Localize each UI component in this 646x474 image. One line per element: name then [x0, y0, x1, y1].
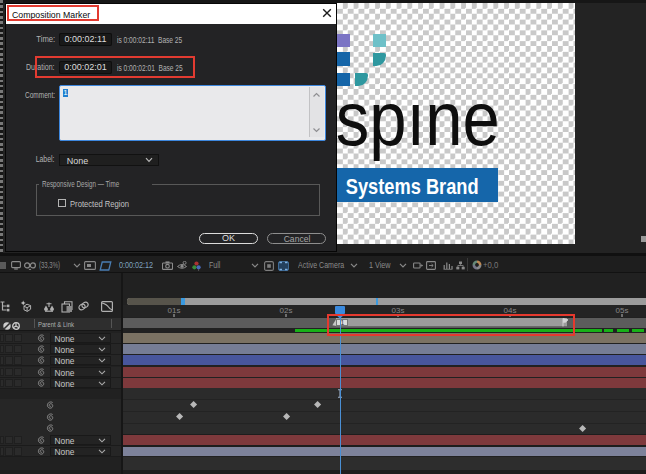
- svg-text:Systems Brand: Systems Brand: [346, 174, 479, 199]
